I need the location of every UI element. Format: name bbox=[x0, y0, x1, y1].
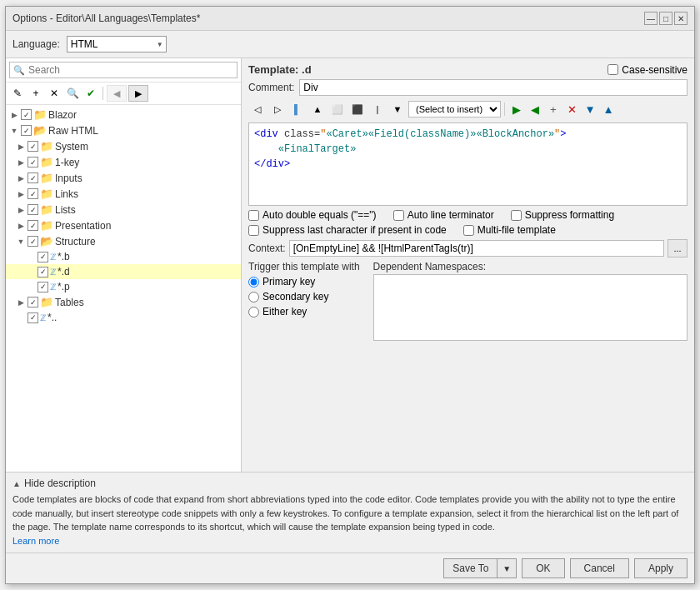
editor-btn-indent-less[interactable]: ◁ bbox=[248, 101, 267, 118]
checkbox-links[interactable] bbox=[28, 188, 38, 199]
search-input[interactable] bbox=[28, 64, 233, 76]
action-btn-remove[interactable]: ✕ bbox=[563, 101, 580, 118]
checkbox-tmpl-d[interactable] bbox=[38, 267, 48, 278]
tree-item-tmpl-root[interactable]: ℤ *.. bbox=[6, 310, 241, 325]
checkbox-tmpl-p[interactable] bbox=[38, 282, 48, 292]
checkbox-tmpl-b[interactable] bbox=[38, 252, 48, 262]
cancel-button[interactable]: Cancel bbox=[570, 558, 629, 578]
language-select-wrapper[interactable]: HTML CSS JavaScript ▼ bbox=[67, 36, 167, 52]
ok-button[interactable]: OK bbox=[522, 558, 564, 578]
close-button[interactable]: ✕ bbox=[674, 12, 688, 25]
tree-item-blazor[interactable]: ▶ 📁 Blazor bbox=[6, 107, 241, 122]
description-toggle[interactable]: ▲ Hide description bbox=[12, 478, 688, 489]
option-suppress-last-char[interactable]: Suppress last character if present in co… bbox=[248, 224, 447, 236]
language-select[interactable]: HTML CSS JavaScript bbox=[67, 36, 167, 52]
case-sensitive-checkbox[interactable] bbox=[608, 64, 618, 75]
radio-either-key[interactable]: Either key bbox=[248, 306, 360, 318]
checkbox-inputs[interactable] bbox=[28, 172, 38, 183]
checkbox-structure[interactable] bbox=[28, 236, 38, 247]
tree-item-tmpl-p[interactable]: ℤ *.p bbox=[6, 279, 241, 294]
checkbox-suppress-formatting[interactable] bbox=[511, 210, 522, 221]
code-editor[interactable]: <div class="«Caret»«Field(className)»«Bl… bbox=[248, 122, 688, 206]
radio-secondary-key[interactable]: Secondary key bbox=[248, 291, 360, 302]
action-btn-arrow-up[interactable]: ▲ bbox=[600, 101, 617, 118]
label-tmpl-p: *.p bbox=[58, 281, 70, 292]
tree-item-presentation[interactable]: ▶ 📁 Presentation bbox=[6, 218, 241, 233]
action-btn-green-play[interactable]: ▶ bbox=[508, 101, 525, 118]
checkbox-raw-html[interactable] bbox=[21, 125, 32, 136]
save-to-button[interactable]: Save To bbox=[443, 558, 497, 578]
context-more-button[interactable]: ... bbox=[668, 239, 688, 258]
checkbox-multi-file[interactable] bbox=[463, 225, 474, 236]
nav-prev-button[interactable]: ◀ bbox=[107, 85, 127, 102]
checkbox-auto-line-terminator[interactable] bbox=[393, 210, 404, 221]
editor-btn-up[interactable]: ▲ bbox=[308, 101, 327, 118]
minimize-button[interactable]: — bbox=[644, 12, 658, 25]
dependent-ns-box[interactable] bbox=[373, 274, 688, 341]
tree-item-structure[interactable]: ▼ 📂 Structure bbox=[6, 233, 241, 249]
editor-btn-indent-more[interactable]: ▷ bbox=[268, 101, 287, 118]
radio-primary-key[interactable]: Primary key bbox=[248, 276, 360, 288]
tree-toolbar: ✎ + ✕ 🔍 ✔ ◀ ▶ bbox=[6, 82, 241, 105]
action-btn-green-back[interactable]: ◀ bbox=[527, 101, 543, 118]
save-to-dropdown-button[interactable]: ▼ bbox=[497, 558, 517, 578]
editor-btn-down[interactable]: ▼ bbox=[388, 101, 407, 118]
checkbox-tables[interactable] bbox=[28, 297, 38, 308]
insert-select[interactable]: (Select to insert) $END$ $SELECTION$ bbox=[408, 101, 501, 118]
tree-item-inputs[interactable]: ▶ 📁 Inputs bbox=[6, 170, 241, 186]
radio-either-key-input[interactable] bbox=[248, 307, 259, 318]
trigger-section: Trigger this template with Primary key S… bbox=[248, 261, 688, 341]
add-template-button[interactable]: + bbox=[28, 85, 44, 102]
remove-template-button[interactable]: ✕ bbox=[46, 85, 62, 102]
tree-item-1key[interactable]: ▶ 📁 1-key bbox=[6, 154, 241, 170]
checkbox-blazor[interactable] bbox=[21, 109, 32, 120]
tree-item-tmpl-d[interactable]: ℤ *.d bbox=[6, 264, 241, 279]
option-auto-double-equals[interactable]: Auto double equals ("==") bbox=[248, 209, 377, 221]
checkbox-system[interactable] bbox=[28, 141, 38, 152]
action-btn-add[interactable]: + bbox=[545, 101, 562, 118]
context-input[interactable] bbox=[289, 240, 664, 257]
learn-more-link[interactable]: Learn more bbox=[12, 536, 59, 546]
comment-input[interactable] bbox=[299, 79, 688, 96]
apply-button[interactable]: Apply bbox=[634, 558, 688, 578]
edit-template-button[interactable]: ✎ bbox=[9, 85, 26, 102]
tree-item-system[interactable]: ▶ 📁 System bbox=[6, 138, 241, 154]
tree-item-raw-html[interactable]: ▼ 📂 Raw HTML bbox=[6, 122, 241, 138]
options-row2: Suppress last character if present in co… bbox=[248, 224, 688, 236]
template-title: Template: .d bbox=[248, 63, 312, 76]
find-button[interactable]: 🔍 bbox=[64, 85, 81, 102]
option-suppress-formatting[interactable]: Suppress formatting bbox=[511, 209, 614, 221]
action-btn-arrow-down[interactable]: ▼ bbox=[582, 101, 598, 118]
trigger-title: Trigger this template with bbox=[248, 261, 360, 272]
checkbox-suppress-last-char[interactable] bbox=[248, 225, 259, 236]
nav-next-button[interactable]: ▶ bbox=[128, 85, 148, 102]
folder-icon-raw-html: 📂 bbox=[33, 124, 47, 137]
radio-secondary-key-input[interactable] bbox=[248, 292, 259, 302]
tree-item-tmpl-b[interactable]: ℤ *.b bbox=[6, 249, 241, 264]
radio-primary-key-label: Primary key bbox=[262, 276, 315, 288]
editor-btn-rect2[interactable]: ⬛ bbox=[348, 101, 367, 118]
option-multi-file[interactable]: Multi-file template bbox=[463, 224, 556, 236]
option-auto-line-terminator[interactable]: Auto line terminator bbox=[393, 209, 494, 221]
checkbox-1key[interactable] bbox=[28, 157, 38, 168]
maximize-button[interactable]: □ bbox=[659, 12, 672, 25]
check-button[interactable]: ✔ bbox=[82, 85, 99, 102]
checkbox-auto-double-equals[interactable] bbox=[248, 210, 259, 221]
checkbox-tmpl-root[interactable] bbox=[28, 312, 38, 323]
editor-btn-rect1[interactable]: ⬜ bbox=[328, 101, 347, 118]
bottom-bar: Save To ▼ OK Cancel Apply bbox=[6, 552, 694, 583]
case-sensitive-row: Case-sensitive bbox=[608, 64, 688, 76]
code-tag-close: > bbox=[560, 128, 566, 140]
radio-primary-key-input[interactable] bbox=[248, 277, 259, 288]
tree-item-lists[interactable]: ▶ 📁 Lists bbox=[6, 202, 241, 218]
label-structure: Structure bbox=[55, 236, 96, 248]
tree-item-links[interactable]: ▶ 📁 Links bbox=[6, 186, 241, 202]
checkbox-lists[interactable] bbox=[28, 204, 38, 215]
checkbox-presentation[interactable] bbox=[28, 220, 38, 231]
editor-btn-cursor[interactable]: | bbox=[368, 101, 387, 118]
code-attr: class= bbox=[284, 128, 320, 140]
label-raw-html: Raw HTML bbox=[48, 125, 98, 137]
editor-btn-blue-rect[interactable]: ▌ bbox=[288, 101, 307, 118]
option-auto-line-terminator-label: Auto line terminator bbox=[408, 209, 494, 221]
tree-item-tables[interactable]: ▶ 📁 Tables bbox=[6, 294, 241, 310]
